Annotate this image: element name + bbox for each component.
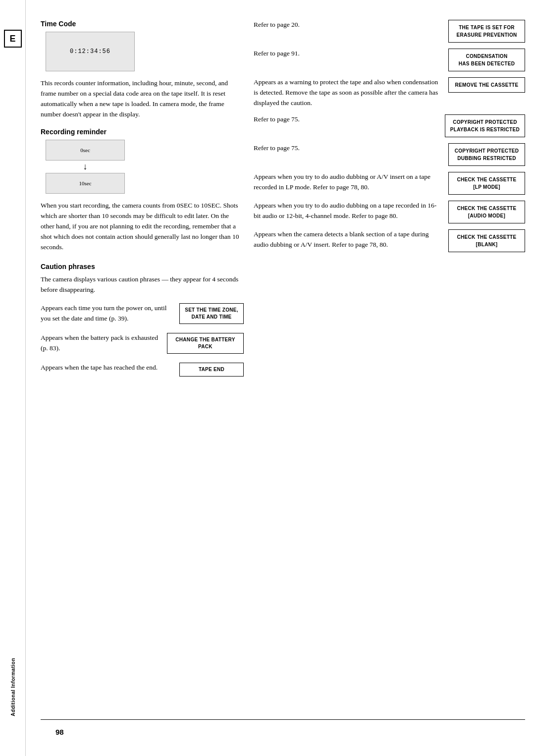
caution-phrases-section: Caution phrases The camera displays vari… bbox=[41, 263, 244, 377]
recording-reminder-section: Recording reminder 0sec ↓ 10sec When you… bbox=[41, 128, 244, 253]
rec-box-bottom: 10sec bbox=[46, 173, 125, 194]
right-box-remove-cassette: REMOVE THE CASSETTE bbox=[448, 77, 525, 93]
left-sidebar: E Additional Information bbox=[0, 0, 26, 756]
right-box-playback-restricted: COPYRIGHT PROTECTED PLAYBACK IS RESTRICT… bbox=[445, 114, 525, 137]
page-number: 98 bbox=[41, 723, 525, 736]
right-box-lp-mode: CHECK THE CASSETTE [LP MODE] bbox=[448, 172, 525, 195]
recording-reminder-area: 0sec ↓ 10sec bbox=[46, 140, 244, 194]
right-box-erasure: THE TAPE IS SET FOR ERASURE PREVENTION bbox=[448, 20, 525, 43]
caution-item-2-text: Appears when the battery pack is exhaust… bbox=[41, 333, 161, 354]
time-code-section: Time Code 0:12:34:56 This records counte… bbox=[41, 20, 244, 120]
caution-item-3-text: Appears when the tape has reached the en… bbox=[41, 363, 173, 373]
right-text-4: Refer to page 75. bbox=[254, 114, 445, 125]
timecode-value: 0:12:34:56 bbox=[70, 48, 110, 55]
right-row-6: Appears when you try to do audio dubbing… bbox=[254, 172, 525, 195]
right-row-7: Appears when you try to do audio dubbing… bbox=[254, 201, 525, 223]
additional-info-label: Additional Information bbox=[0, 658, 26, 716]
time-code-title: Time Code bbox=[41, 20, 244, 28]
right-text-1: Refer to page 20. bbox=[254, 20, 448, 30]
right-column: Refer to page 20. THE TAPE IS SET FOR ER… bbox=[254, 20, 525, 719]
content-columns: Time Code 0:12:34:56 This records counte… bbox=[41, 20, 525, 719]
caution-item-2: Appears when the battery pack is exhaust… bbox=[41, 333, 244, 354]
caution-item-1: Appears each time you turn the power on,… bbox=[41, 303, 244, 324]
right-box-audio-mode: CHECK THE CASSETTE [AUDIO MODE] bbox=[448, 201, 525, 223]
right-text-3: Appears as a warning to protect the tape… bbox=[254, 77, 448, 108]
time-code-description: This records counter information, includ… bbox=[41, 78, 244, 120]
right-row-4: Refer to page 75. COPYRIGHT PROTECTED PL… bbox=[254, 114, 525, 137]
right-box-blank: CHECK THE CASSETTE [BLANK] bbox=[448, 229, 525, 252]
right-box-dubbing-restricted: COPYRIGHT PROTECTED DUBBING RESTRICTED bbox=[448, 143, 525, 166]
caution-phrases-title: Caution phrases bbox=[41, 263, 244, 270]
caution-item-1-text: Appears each time you turn the power on,… bbox=[41, 303, 173, 324]
right-text-8: Appears when the camera detects a blank … bbox=[254, 229, 448, 250]
right-row-5: Refer to page 75. COPYRIGHT PROTECTED DU… bbox=[254, 143, 525, 166]
right-row-3: Appears as a warning to protect the tape… bbox=[254, 77, 525, 108]
main-content: Time Code 0:12:34:56 This records counte… bbox=[26, 0, 535, 756]
recording-reminder-description: When you start recording, the camera cou… bbox=[41, 201, 244, 253]
e-tab: E bbox=[4, 30, 22, 48]
caution-phrases-intro: The camera displays various caution phra… bbox=[41, 274, 244, 295]
timecode-display-box: 0:12:34:56 bbox=[46, 32, 135, 71]
right-text-6: Appears when you try to do audio dubbing… bbox=[254, 172, 448, 193]
caution-box-set-time: SET THE TIME ZONE, DATE AND TIME bbox=[179, 303, 244, 324]
rec-box-top: 0sec bbox=[46, 140, 125, 161]
right-box-condensation: CONDENSATION HAS BEEN DETECTED bbox=[448, 49, 525, 71]
right-row-1: Refer to page 20. THE TAPE IS SET FOR ER… bbox=[254, 20, 525, 43]
caution-item-3: Appears when the tape has reached the en… bbox=[41, 363, 244, 377]
arrow-down-icon: ↓ bbox=[46, 162, 125, 172]
right-text-7: Appears when you try to do audio dubbing… bbox=[254, 201, 448, 221]
left-column: Time Code 0:12:34:56 This records counte… bbox=[41, 20, 254, 719]
right-text-2: Refer to page 91. bbox=[254, 49, 448, 59]
caution-box-battery: CHANGE THE BATTERY PACK bbox=[167, 333, 244, 354]
page-bottom: 98 bbox=[41, 719, 525, 736]
caution-box-tape-end: TAPE END bbox=[179, 363, 244, 377]
right-row-8: Appears when the camera detects a blank … bbox=[254, 229, 525, 252]
right-text-5: Refer to page 75. bbox=[254, 143, 448, 154]
right-row-2: Refer to page 91. CONDENSATION HAS BEEN … bbox=[254, 49, 525, 71]
recording-reminder-title: Recording reminder bbox=[41, 128, 244, 136]
